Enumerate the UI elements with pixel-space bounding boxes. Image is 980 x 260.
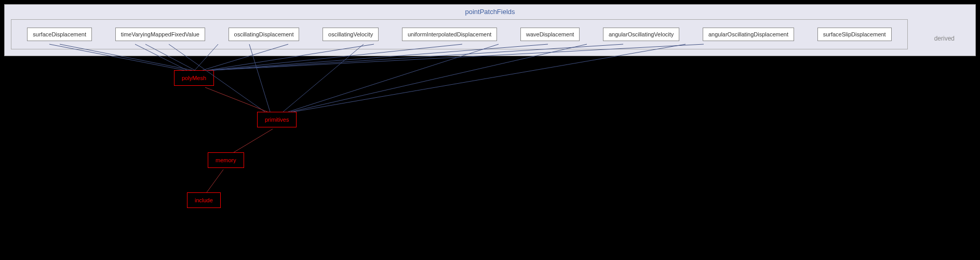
node-surfaceSlipDisplacement[interactable]: surfaceSlipDisplacement bbox=[817, 28, 892, 41]
node-oscillatingDisplacement[interactable]: oscillatingDisplacement bbox=[229, 28, 300, 41]
node-timeVaryingMappedFixedValue[interactable]: timeVaryingMappedFixedValue bbox=[115, 28, 205, 41]
node-waveDisplacement[interactable]: waveDisplacement bbox=[520, 28, 580, 41]
node-surfaceDisplacement[interactable]: surfaceDisplacement bbox=[27, 28, 92, 41]
node-oscillatingVelocity[interactable]: oscillatingVelocity bbox=[323, 28, 379, 41]
node-uniformInterpolatedDisplacement[interactable]: uniformInterpolatedDisplacement bbox=[402, 28, 497, 41]
nodes-group: surfaceDisplacement timeVaryingMappedFix… bbox=[11, 19, 908, 49]
node-memory[interactable]: memory bbox=[208, 152, 244, 168]
svg-line-19 bbox=[207, 170, 223, 192]
node-angularOscillatingDisplacement[interactable]: angularOscillatingDisplacement bbox=[703, 28, 794, 41]
node-include[interactable]: include bbox=[187, 192, 221, 208]
diagram-title: pointPatchFields bbox=[5, 5, 975, 16]
node-primitives[interactable]: primitives bbox=[257, 112, 297, 127]
svg-line-17 bbox=[205, 87, 267, 112]
node-angularOscillatingVelocity[interactable]: angularOscillatingVelocity bbox=[603, 28, 679, 41]
node-polyMesh[interactable]: polyMesh bbox=[174, 70, 214, 86]
group-label: derived bbox=[934, 35, 955, 42]
svg-line-18 bbox=[234, 129, 273, 152]
